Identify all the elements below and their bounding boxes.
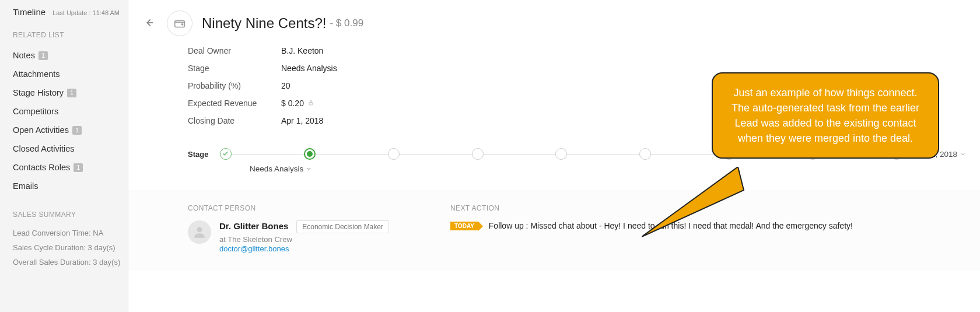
count-badge: 1	[72, 126, 82, 135]
sidebar-item-closed-activities[interactable]: Closed Activities	[13, 139, 128, 158]
stage-bar-label: Stage	[188, 150, 208, 159]
contact-person-header: CONTACT PERSON	[188, 204, 450, 212]
sidebar-item-stage-history[interactable]: Stage History 1	[13, 83, 128, 102]
sidebar-item-label: Notes	[13, 51, 35, 60]
revenue-value: $ 0.20	[281, 99, 304, 108]
stage-node-complete[interactable]	[220, 148, 232, 160]
svg-rect-2	[309, 103, 313, 106]
closing-date-label: Closing Date	[188, 116, 281, 125]
probability-label: Probability (%)	[188, 81, 281, 90]
sidebar-item-label: Attachments	[13, 69, 60, 79]
owner-label: Deal Owner	[188, 46, 281, 55]
contact-role-chip: Economic Decision Maker	[296, 220, 389, 233]
deal-title: Ninety Nine Cents?!	[202, 15, 326, 31]
sidebar-item-attachments[interactable]: Attachments	[13, 65, 128, 83]
sidebar-item-competitors[interactable]: Competitors	[13, 102, 128, 121]
chevron-down-icon	[306, 166, 312, 172]
sidebar-item-label: Open Activities	[13, 125, 69, 135]
stage-node[interactable]	[388, 148, 400, 160]
summary-sales-cycle: Sales Cycle Duration: 3 day(s)	[13, 240, 128, 255]
owner-value: B.J. Keeton	[281, 46, 323, 55]
last-update-text: Last Update : 11:48 AM	[52, 9, 120, 16]
contact-email-link[interactable]: doctor@glitter.bones	[219, 244, 389, 253]
annotation-callout: Just an example of how things connect. T…	[712, 72, 939, 159]
svg-point-1	[181, 24, 183, 25]
timeline-tab[interactable]: Timeline	[13, 7, 46, 17]
avatar[interactable]	[188, 220, 211, 244]
sidebar-item-open-activities[interactable]: Open Activities 1	[13, 121, 128, 139]
stage-node[interactable]	[472, 148, 484, 160]
stage-value: Needs Analysis	[281, 64, 337, 73]
sidebar-item-notes[interactable]: Notes 1	[13, 46, 128, 65]
revenue-label: Expected Revenue	[188, 99, 281, 108]
sidebar-item-label: Emails	[13, 181, 38, 191]
summary-overall-sales: Overall Sales Duration: 3 day(s)	[13, 255, 128, 269]
stage-node[interactable]	[555, 148, 567, 160]
probability-value: 20	[281, 81, 290, 90]
sidebar-item-label: Closed Activities	[13, 144, 75, 153]
svg-point-3	[197, 227, 202, 232]
sidebar-item-label: Contacts Roles	[13, 163, 70, 172]
count-badge: 1	[38, 51, 48, 60]
closing-date-value: Apr 1, 2018	[281, 116, 323, 125]
annotation-text: Just an example of how things connect. T…	[732, 87, 919, 144]
sales-summary-header: SALES SUMMARY	[13, 211, 128, 219]
count-badge: 1	[74, 163, 83, 172]
sidebar-item-label: Competitors	[13, 107, 58, 116]
sidebar: Timeline Last Update : 11:48 AM RELATED …	[0, 0, 128, 312]
sidebar-item-emails[interactable]: Emails	[13, 177, 128, 195]
contact-org-prefix: at	[219, 235, 228, 244]
callout-tail-icon	[642, 167, 747, 243]
contact-org: The Skeleton Crew	[228, 235, 292, 244]
contact-name[interactable]: Dr. Glitter Bones	[219, 221, 288, 231]
summary-lead-conversion: Lead Conversion Time: NA	[13, 226, 128, 240]
current-stage-dropdown[interactable]: Needs Analysis	[128, 160, 980, 180]
back-arrow-icon[interactable]	[142, 16, 156, 30]
today-tag: TODAY	[450, 222, 478, 230]
lock-icon	[307, 99, 314, 108]
chevron-down-icon	[960, 151, 966, 157]
stage-node-current[interactable]	[304, 148, 316, 160]
stage-label: Stage	[188, 64, 281, 73]
stage-node[interactable]	[639, 148, 651, 160]
main-content: Ninety Nine Cents?! - $ 0.99 Deal Owner …	[128, 0, 980, 312]
wallet-icon	[167, 10, 192, 36]
sidebar-item-label: Stage History	[13, 88, 64, 97]
related-list-header: RELATED LIST	[13, 31, 128, 39]
svg-marker-4	[642, 167, 744, 237]
deal-amount: - $ 0.99	[330, 17, 363, 29]
count-badge: 1	[67, 89, 76, 97]
sidebar-item-contacts-roles[interactable]: Contacts Roles 1	[13, 158, 128, 177]
